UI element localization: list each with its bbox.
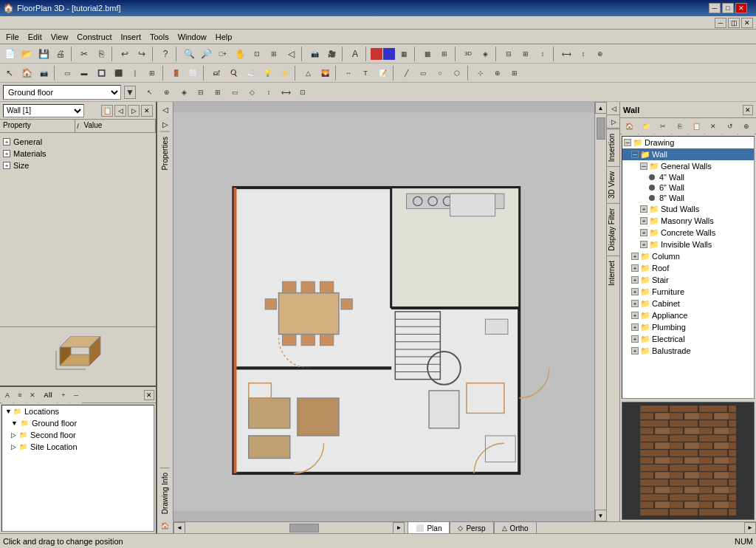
menu-insert[interactable]: Insert xyxy=(116,31,145,43)
drawing-expand[interactable]: ─ xyxy=(624,139,631,146)
loc-ground-expand[interactable]: ▼ xyxy=(11,419,18,427)
loc-add[interactable]: + xyxy=(58,387,69,403)
props-btn2[interactable]: ◁ xyxy=(114,105,126,117)
floor-btn10[interactable]: ⊡ xyxy=(295,84,311,100)
wall-expand[interactable]: ─ xyxy=(631,151,639,158)
rt-balustrade[interactable]: + 📁 Balustrade xyxy=(622,345,754,357)
maximize-btn[interactable]: □ xyxy=(722,3,734,13)
scroll-right-btn[interactable]: ► xyxy=(393,522,405,534)
drawing-right-nav[interactable]: ▷ xyxy=(158,117,173,131)
rp-btn3[interactable]: ✂ xyxy=(655,118,671,134)
loc-tab-list[interactable]: ≡ xyxy=(14,387,26,403)
loc-tab-a[interactable]: A xyxy=(1,387,13,403)
column-btn[interactable]: | xyxy=(127,65,143,81)
cut-btn[interactable]: ✂ xyxy=(76,46,92,62)
inner-close-btn[interactable]: ✕ xyxy=(741,18,753,28)
floor-btn8[interactable]: ↕ xyxy=(261,84,277,100)
zoom-out-btn[interactable]: 🔍 xyxy=(181,46,197,62)
select-btn[interactable]: ↖ xyxy=(1,65,18,81)
note-btn[interactable]: 📝 xyxy=(374,65,391,81)
camera2-btn[interactable]: 🎥 xyxy=(323,46,340,62)
kitchen-btn[interactable]: 🍳 xyxy=(225,65,241,81)
wall3-btn[interactable]: 🔲 xyxy=(93,65,109,81)
floor-btn1[interactable]: ↖ xyxy=(142,84,158,100)
roof-btn[interactable]: △ xyxy=(300,65,316,81)
rt-4inch[interactable]: 4" Wall xyxy=(622,172,754,182)
door-btn[interactable]: 🚪 xyxy=(168,65,184,81)
concrete-expand[interactable]: + xyxy=(640,229,647,236)
extra4[interactable]: ⟷ xyxy=(558,46,574,62)
extra2[interactable]: ⊞ xyxy=(518,46,534,62)
general-expand[interactable]: + xyxy=(3,138,10,145)
floor-btn7[interactable]: ◇ xyxy=(244,84,260,100)
prev-view-btn[interactable]: ◁ xyxy=(283,46,299,62)
menu-construct[interactable]: Construct xyxy=(72,31,116,43)
materials-expand[interactable]: + xyxy=(3,150,10,157)
floor-btn9[interactable]: ⟷ xyxy=(278,84,294,100)
furniture-btn[interactable]: 🛋 xyxy=(208,65,224,81)
render-btn[interactable]: ◈ xyxy=(477,46,493,62)
scroll-up-btn[interactable]: ▲ xyxy=(595,102,607,114)
object-selector[interactable]: Wall [1] xyxy=(3,104,84,117)
roof-expand[interactable]: + xyxy=(631,264,639,272)
floor-selector[interactable]: Ground floor Second floor Site Location xyxy=(3,85,121,100)
open-btn[interactable]: 📂 xyxy=(18,46,35,62)
size-expand[interactable]: + xyxy=(3,162,10,169)
rt-stair[interactable]: + 📁 Stair xyxy=(622,274,754,286)
menu-help[interactable]: Help xyxy=(211,31,237,43)
loc-ground[interactable]: ▼ 📁 Ground floor xyxy=(2,417,154,429)
balustrade-expand[interactable]: + xyxy=(631,347,639,355)
dim-btn[interactable]: ↔ xyxy=(340,65,357,81)
gen-walls-expand[interactable]: ─ xyxy=(640,162,647,170)
prop-materials[interactable]: + Materials xyxy=(3,148,153,160)
pattern-btn[interactable]: ▦ xyxy=(396,46,412,62)
loc-root-expand[interactable]: ▼ xyxy=(4,408,12,415)
room-btn[interactable]: ⬛ xyxy=(110,65,126,81)
scroll-thumb-h[interactable] xyxy=(289,524,319,532)
snap-btn[interactable]: ⊹ xyxy=(472,65,489,81)
rt-concrete[interactable]: + 📁 Concrete Walls xyxy=(622,227,754,239)
loc-root[interactable]: ▼ 📁 Locations xyxy=(2,405,154,417)
extra5[interactable]: ↕ xyxy=(575,46,591,62)
side-tab-drawing-info[interactable]: Drawing Info xyxy=(160,467,170,518)
rt-8inch[interactable]: 8" Wall xyxy=(622,193,754,203)
prop-general[interactable]: + General xyxy=(3,136,153,148)
drawing-left-nav[interactable]: ◁ xyxy=(158,102,173,117)
camera-btn[interactable]: 📷 xyxy=(306,46,323,62)
copy-btn[interactable]: ⎘ xyxy=(93,46,109,62)
hatch-btn[interactable]: ▩ xyxy=(419,46,436,62)
cabinet-expand[interactable]: + xyxy=(631,300,639,307)
save-btn[interactable]: 💾 xyxy=(35,46,52,62)
3d-btn[interactable]: 3D xyxy=(460,46,476,62)
prop-size[interactable]: + Size xyxy=(3,160,153,171)
light-btn[interactable]: 💡 xyxy=(259,65,275,81)
floor-arrow[interactable]: ▼ xyxy=(124,86,136,99)
stair-btn[interactable]: ⊞ xyxy=(144,65,160,81)
snap2-btn[interactable]: ⊕ xyxy=(489,65,506,81)
help-btn[interactable]: ? xyxy=(157,46,173,62)
zoom-in-btn[interactable]: 🔎 xyxy=(198,46,214,62)
rt-electrical[interactable]: + 📁 Electrical xyxy=(622,333,754,345)
rt-masonry[interactable]: + 📁 Masonry Walls xyxy=(622,215,754,227)
close-btn[interactable]: ✕ xyxy=(735,3,747,13)
menu-view[interactable]: View xyxy=(47,31,73,43)
loc-tab-all[interactable]: All xyxy=(39,387,57,403)
rp-btn8[interactable]: ⊕ xyxy=(738,118,755,134)
rside-nav1[interactable]: ◁ xyxy=(607,102,620,115)
side-tab-insertion[interactable]: Insertion xyxy=(607,129,619,166)
rp-btn1[interactable]: 🏠 xyxy=(622,118,638,134)
plumbing-expand[interactable]: + xyxy=(631,323,639,331)
zoom-all-btn[interactable]: ⊞ xyxy=(266,46,282,62)
zoom-fit-btn[interactable]: ⊡ xyxy=(249,46,265,62)
rp-btn2[interactable]: 📁 xyxy=(639,118,655,134)
house-btn[interactable]: 🏠 xyxy=(18,65,35,81)
appliance-expand[interactable]: + xyxy=(631,312,639,319)
side-tab-internet[interactable]: Internet xyxy=(607,256,619,290)
tab-persp[interactable]: ◇ Persp xyxy=(450,521,493,534)
loc-second-expand[interactable]: ▷ xyxy=(11,431,16,439)
rp-btn7[interactable]: ↺ xyxy=(722,118,738,134)
rt-wall[interactable]: ─ 📁 Wall xyxy=(622,148,754,160)
stair-expand[interactable]: + xyxy=(631,276,639,284)
props-btn3[interactable]: ▷ xyxy=(128,105,140,117)
elec-btn[interactable]: ⚡ xyxy=(276,65,292,81)
